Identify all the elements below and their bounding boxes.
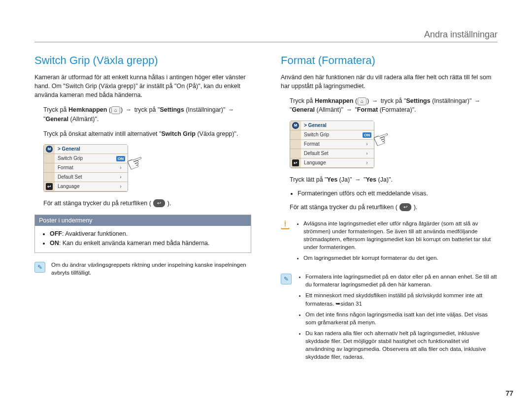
submenu-item-on: ON: Kan du enkelt använda kameran med bå… <box>50 239 244 248</box>
page-number: 77 <box>505 389 513 397</box>
arrow-icon: → <box>371 96 379 105</box>
page-header: Andra inställningar <box>34 30 498 42</box>
right-bullets: Formateringen utförs och ett meddelande … <box>290 190 498 197</box>
submenu-box: Poster i undermeny OFF: Avaktiverar funk… <box>34 215 251 253</box>
left-nav-step: Tryck på Hemknappen (⌂) → tryck på "Sett… <box>43 105 251 123</box>
left-title: Switch Grip (Växla grepp) <box>34 54 251 67</box>
chevron-right-icon: › <box>360 160 374 165</box>
chevron-right-icon: › <box>114 165 128 170</box>
right-close-line: För att stänga trycker du på returfliken… <box>290 203 498 212</box>
left-close-line: För att stänga trycker du på returfliken… <box>43 199 251 208</box>
arrow-icon: → <box>227 105 235 114</box>
page: Andra inställningar Switch Grip (Växla g… <box>0 0 532 406</box>
back-icon: ↩ <box>292 159 299 166</box>
submenu-body: OFF: Avaktiverar funktionen. ON: Kan du … <box>35 226 251 252</box>
submenu-item-off: OFF: Avaktiverar funktionen. <box>50 230 244 238</box>
left-column: Switch Grip (Växla grepp) Kameran är utf… <box>34 54 251 364</box>
home-icon: ⌂ <box>111 106 120 114</box>
right-yes-line: Tryck lätt på "Yes (Ja)" → "Yes (Ja)". <box>290 175 498 184</box>
submenu-head: Poster i undermeny <box>35 215 251 226</box>
arrow-icon: → <box>354 175 362 184</box>
chevron-right-icon: › <box>360 151 374 156</box>
right-intro: Använd den här funktionen när du vill ra… <box>281 73 498 91</box>
note-icon: ✎ <box>34 262 45 273</box>
left-step2: Tryck på önskat alternativ intill altern… <box>43 129 251 138</box>
right-title: Format (Formatera) <box>281 54 498 67</box>
right-column: Format (Formatera) Använd den här funkti… <box>281 54 498 364</box>
note-icon: ✎ <box>281 274 292 284</box>
warning-icon <box>281 220 290 229</box>
back-icon: ↩ <box>46 183 53 190</box>
mode-icon: M <box>46 146 53 153</box>
arrow-icon: → <box>125 105 133 114</box>
on-badge: ON <box>363 132 371 138</box>
chevron-right-icon: › <box>114 174 128 180</box>
chevron-right-icon: › <box>360 141 374 147</box>
return-icon: ↩ <box>153 199 165 207</box>
on-badge: ON <box>116 156 125 161</box>
content-columns: Switch Grip (Växla grepp) Kameran är utf… <box>34 54 498 364</box>
right-nav-step: Tryck på Hemknappen (⌂) → tryck på "Sett… <box>290 96 498 114</box>
arrow-icon: → <box>473 96 482 105</box>
mode-icon: M <box>292 122 299 129</box>
arrow-icon: → <box>345 105 353 114</box>
camera-menu-illustration: M> General Switch GripON Format› Default… <box>43 144 128 192</box>
camera-menu-illustration: M> General Switch GripON Format› Default… <box>290 121 374 168</box>
right-warning: Avlägsna inte lagringsmediet eller utför… <box>281 219 498 265</box>
left-note: ✎ Om du ändrar växlingsgreppets riktning… <box>34 261 251 277</box>
right-note: ✎ Formatera inte lagringsmediet på en da… <box>281 273 498 364</box>
left-intro: Kameran är utformad för att enkelt kunna… <box>34 73 251 99</box>
chevron-right-icon: › <box>114 184 128 189</box>
return-icon: ↩ <box>399 203 411 211</box>
home-icon: ⌂ <box>358 97 366 105</box>
